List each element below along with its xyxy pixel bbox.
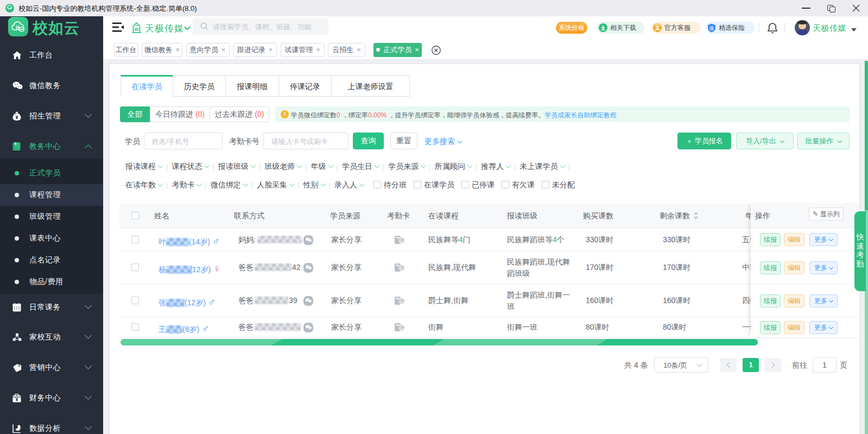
svg-text:保: 保 [709,26,714,31]
